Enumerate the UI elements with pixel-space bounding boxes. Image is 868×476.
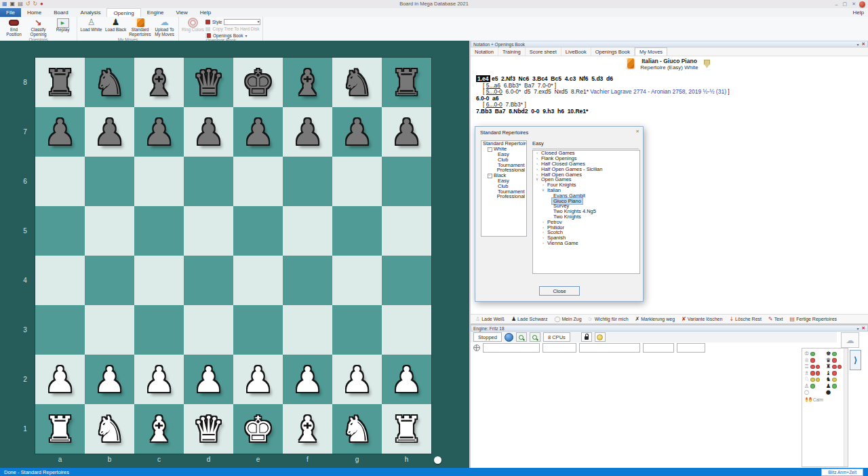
ribbon-button-end-position[interactable]: End Position (2, 18, 26, 37)
ribbon-tab-board[interactable]: Board (47, 8, 74, 17)
square-a4[interactable] (35, 256, 85, 305)
finished-repertoires-tool[interactable]: ▤Fertige Repertoires (790, 317, 837, 322)
square-f2[interactable]: ♟ (283, 355, 332, 404)
move-text[interactable]: 5...0-0 (486, 88, 502, 95)
square-f7[interactable]: ♟ (283, 107, 332, 157)
black-pawn[interactable]: ♟ (85, 107, 134, 157)
square-a8[interactable]: ♜ (35, 58, 85, 107)
black-knight[interactable]: ♞ (85, 58, 134, 107)
square-c7[interactable]: ♟ (134, 107, 184, 157)
move-text[interactable]: 7.Bb3 Ba7 8.Nbd2 0-0 9.h3 h6 10.Re1* (476, 108, 588, 115)
square-f4[interactable] (283, 256, 332, 305)
piece-panel-scrollbar[interactable] (844, 349, 848, 467)
square-c8[interactable]: ♝ (134, 58, 184, 107)
current-move[interactable]: 1.e4 (476, 75, 490, 82)
square-f5[interactable] (283, 206, 332, 256)
square-h8[interactable]: ♜ (382, 58, 431, 107)
pane-close-icon[interactable]: ✕ (862, 41, 865, 47)
dropdown-arrow-icon[interactable]: ▾ (245, 33, 247, 38)
tree-expander-icon[interactable]: › (540, 225, 546, 230)
lock-button[interactable] (581, 332, 592, 342)
close-icon[interactable]: ✕ (852, 1, 856, 7)
square-d1[interactable]: ♛ (184, 404, 233, 454)
maximize-icon[interactable]: ▢ (843, 1, 848, 7)
square-d4[interactable] (184, 256, 233, 305)
square-a2[interactable]: ♟ (35, 355, 85, 404)
ribbon-tab-analysis[interactable]: Analysis (75, 8, 107, 17)
tree-item-vienna-game[interactable]: ›Vienna Game (533, 241, 639, 246)
square-e5[interactable] (233, 206, 283, 256)
square-h5[interactable] (382, 206, 431, 256)
square-b1[interactable]: ♞ (85, 404, 134, 454)
tree-item-evans-gambit[interactable]: Evans Gambit (533, 193, 639, 198)
my-move-tool[interactable]: ◯Mein Zug (554, 317, 581, 322)
tab-score-sheet[interactable]: Score sheet (526, 47, 561, 56)
tree-expander-icon[interactable]: › (534, 161, 540, 166)
black-queen[interactable]: ♛ (184, 58, 233, 107)
square-c2[interactable]: ♟ (134, 355, 184, 404)
black-pawn[interactable]: ♟ (332, 107, 382, 157)
ribbon-tab-engine[interactable]: Engine (141, 8, 170, 17)
square-e6[interactable] (233, 157, 283, 206)
square-d7[interactable]: ♟ (184, 107, 233, 157)
square-g2[interactable]: ♟ (332, 355, 382, 404)
square-g4[interactable] (332, 256, 382, 305)
black-pawn[interactable]: ♟ (283, 107, 332, 157)
globe-icon[interactable] (473, 344, 480, 351)
square-h6[interactable] (382, 157, 431, 206)
ribbon-button-ring-colors[interactable]: Ring Colors (181, 18, 205, 38)
engine-menu-icon[interactable]: ▾ (857, 326, 859, 331)
square-e4[interactable] (233, 256, 283, 305)
square-e8[interactable]: ♚ (233, 58, 283, 107)
engine-field-4[interactable] (643, 343, 674, 353)
engine-close-icon[interactable]: ✕ (862, 325, 865, 331)
tab-my-moves[interactable]: My Moves (635, 47, 667, 56)
square-b8[interactable]: ♞ (85, 58, 134, 107)
square-b7[interactable]: ♟ (85, 107, 134, 157)
engine-field-1[interactable] (483, 343, 540, 353)
square-h2[interactable]: ♟ (382, 355, 431, 404)
square-d5[interactable] (184, 206, 233, 256)
white-rook[interactable]: ♜ (382, 404, 431, 454)
print-icon[interactable]: ▤ (18, 0, 23, 8)
tree-expander-icon[interactable]: ∨ (540, 188, 546, 193)
square-h7[interactable]: ♟ (382, 107, 431, 157)
tree-expander-icon[interactable]: › (534, 156, 540, 161)
undo-icon[interactable]: ↺ (26, 0, 31, 8)
text-tool[interactable]: ✎Text (768, 317, 783, 322)
tree-expander-icon[interactable]: › (534, 167, 540, 172)
square-d8[interactable]: ♛ (184, 58, 233, 107)
square-f1[interactable]: ♝ (283, 404, 332, 454)
square-g1[interactable]: ♞ (332, 404, 382, 454)
cpus-button[interactable]: 8 CPUs (543, 332, 570, 342)
white-pawn[interactable]: ♟ (283, 355, 332, 404)
white-pawn[interactable]: ♟ (382, 355, 431, 404)
help-menu-right[interactable]: Help (853, 8, 864, 17)
tree-expander-icon[interactable]: › (534, 151, 540, 155)
ribbon-button-replay[interactable]: ▶Replay (51, 18, 75, 37)
move-text[interactable]: 6.0-0 a6 (476, 95, 499, 102)
white-queen[interactable]: ♛ (184, 404, 233, 454)
black-rook[interactable]: ♜ (382, 58, 431, 107)
load-white-tool[interactable]: ♙Lade Weiß (475, 317, 505, 322)
ribbon-button-load-white[interactable]: ♙Load White (79, 18, 103, 37)
white-pawn[interactable]: ♟ (134, 355, 184, 404)
square-b3[interactable] (85, 305, 134, 355)
white-pawn[interactable]: ♟ (184, 355, 233, 404)
square-a5[interactable] (35, 206, 85, 256)
black-rook[interactable]: ♜ (35, 58, 85, 107)
engine-field-2[interactable] (542, 343, 576, 353)
ribbon-tab-opening[interactable]: Opening (106, 8, 140, 18)
black-knight[interactable]: ♞ (332, 58, 382, 107)
minimize-icon[interactable]: – (835, 2, 838, 7)
white-pawn[interactable]: ♟ (233, 355, 283, 404)
square-e3[interactable] (233, 305, 283, 355)
pane-menu-icon[interactable]: ▾ (857, 42, 859, 47)
record-icon[interactable]: ● (40, 0, 43, 8)
ribbon-button-classify-opening[interactable]: ↘Classify Opening (26, 18, 50, 37)
tree-expander-icon[interactable]: › (540, 241, 546, 245)
square-g5[interactable] (332, 206, 382, 256)
square-c1[interactable]: ♝ (134, 404, 184, 454)
expand-chevron-button[interactable]: ⟩ (850, 350, 861, 370)
black-king[interactable]: ♚ (233, 58, 283, 107)
